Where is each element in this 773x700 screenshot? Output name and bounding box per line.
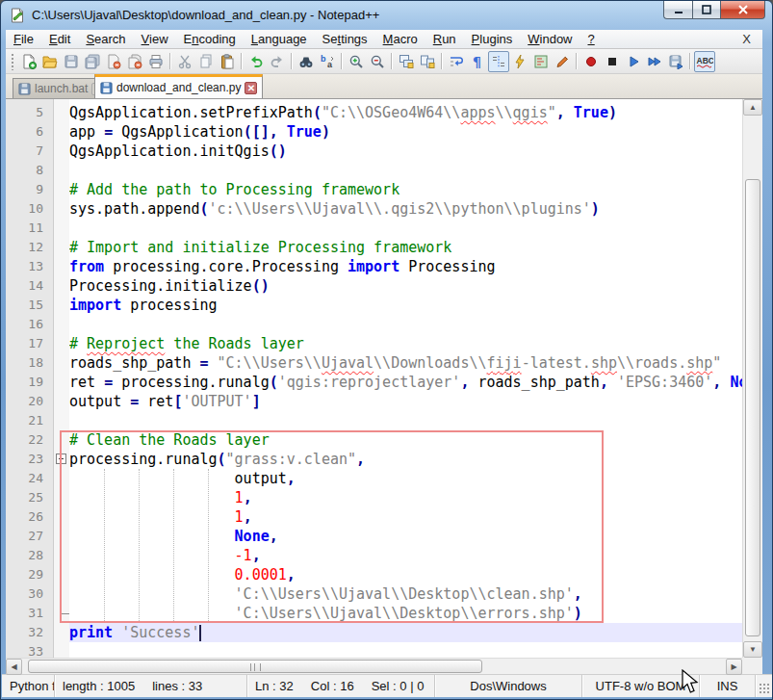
code-line-19[interactable]: ret = processing.runalg('qgis:reprojectl… (69, 373, 742, 392)
code-line-9[interactable]: # Add the path to Processing framework (69, 180, 742, 199)
menu-item-[interactable]: ? (580, 30, 603, 48)
document-map-icon (533, 54, 549, 69)
menu-item-settings[interactable]: Settings (315, 30, 375, 48)
save-button[interactable] (61, 51, 82, 72)
close-all-button[interactable] (124, 51, 145, 72)
scroll-down-arrow[interactable]: ▼ (743, 641, 762, 658)
minimize-button[interactable] (663, 1, 692, 19)
menu-item-encoding[interactable]: Encoding (176, 30, 244, 48)
zoom-in-button[interactable] (346, 51, 367, 72)
code-line-6[interactable]: app = QgsApplication([], True) (69, 122, 742, 142)
code-line-23[interactable]: processing.runalg("grass:v.clean", (69, 450, 742, 469)
print-button[interactable] (145, 51, 167, 72)
resize-grip[interactable] (756, 675, 773, 697)
window-title: C:\Users\Ujaval\Desktop\download_and_cle… (32, 8, 379, 22)
cut-button[interactable] (174, 51, 195, 72)
title-bar[interactable]: C:\Users\Ujaval\Desktop\download_and_cle… (1, 1, 773, 30)
macro-save-button[interactable] (665, 51, 686, 72)
code-line-14[interactable]: Processing.initialize() (69, 276, 742, 296)
scroll-up-arrow[interactable]: ▲ (743, 99, 762, 116)
line-number: 33 (6, 642, 53, 658)
copy-button[interactable] (195, 51, 217, 72)
show-all-characters-button[interactable]: ¶ (467, 51, 488, 72)
code-line-22[interactable]: # Clean the Roads layer (69, 430, 742, 450)
save-icon (64, 54, 79, 69)
menu-item-edit[interactable]: Edit (41, 30, 78, 48)
scroll-right-arrow[interactable]: ▶ (726, 659, 742, 675)
fold-collapse-icon[interactable] (56, 454, 66, 464)
maximize-icon (701, 4, 712, 15)
code-line-26[interactable]: 1, (69, 507, 742, 527)
horizontal-scrollbar-thumb[interactable] (28, 660, 482, 673)
macro-stop-button[interactable] (602, 51, 623, 72)
macro-play-button[interactable] (623, 51, 644, 72)
code-line-12[interactable]: # Import and initialize Processing frame… (69, 238, 742, 257)
word-wrap-button[interactable] (446, 51, 467, 72)
vertical-scrollbar[interactable]: ▲ ▼ (742, 99, 762, 658)
code-line-20[interactable]: output = ret['OUTPUT'] (69, 392, 742, 411)
code-line-8[interactable] (69, 161, 742, 180)
zoom-out-button[interactable] (367, 51, 388, 72)
save-all-button[interactable] (82, 51, 103, 72)
code-line-21[interactable] (69, 411, 742, 430)
code-line-25[interactable]: 1, (69, 488, 742, 507)
code-line-32[interactable]: print 'Success' (69, 623, 742, 642)
code-line-15[interactable]: import processing (69, 296, 742, 315)
code-line-29[interactable]: 0.0001, (69, 565, 742, 584)
function-completion-icon (512, 54, 528, 69)
sync-horizontal-icon (420, 54, 435, 69)
new-file-button[interactable] (18, 51, 39, 72)
scroll-left-arrow[interactable]: ◀ (6, 659, 22, 675)
undo-button[interactable] (245, 51, 267, 72)
find-button[interactable] (296, 51, 317, 72)
code-line-30[interactable]: 'C:\\Users\\Ujaval\\Desktop\\clean.shp', (69, 584, 742, 604)
menu-item-language[interactable]: Language (244, 30, 315, 48)
line-number: 6 (6, 122, 53, 142)
menu-item-macro[interactable]: Macro (375, 30, 425, 48)
macro-record-button[interactable] (580, 51, 602, 72)
code-line-11[interactable] (69, 219, 742, 238)
document-map-button[interactable] (530, 51, 552, 72)
toolbar-separator (689, 53, 691, 69)
vertical-scrollbar-thumb[interactable] (745, 179, 760, 636)
sync-vertical-button[interactable] (396, 51, 417, 72)
close-doc-button[interactable] (103, 51, 124, 72)
paste-button[interactable] (217, 51, 238, 72)
code-line-18[interactable]: roads_shp_path = "C:\\Users\\Ujaval\\Dow… (69, 353, 742, 373)
maximize-button[interactable] (692, 1, 721, 19)
line-number: 27 (6, 527, 53, 546)
code-line-24[interactable]: output, (69, 469, 742, 488)
menu-item-plugins[interactable]: Plugins (464, 30, 521, 48)
tab-download-and-clean-py[interactable]: download_and_clean.py ✕ (94, 74, 263, 98)
replace-button[interactable]: ba (317, 51, 338, 72)
close-button[interactable] (721, 1, 765, 19)
document-switcher-button[interactable] (552, 51, 573, 72)
tab-close-icon[interactable]: ✕ (245, 82, 257, 94)
menu-item-file[interactable]: File (6, 30, 41, 48)
menu-item-run[interactable]: Run (425, 30, 464, 48)
horizontal-scrollbar[interactable]: ◀ ▶ (6, 658, 742, 674)
code-line-16[interactable] (69, 315, 742, 334)
code-line-27[interactable]: None, (69, 527, 742, 546)
code-line-7[interactable]: QgsApplication.initQgis() (69, 142, 742, 161)
close-document-x[interactable]: X (738, 32, 755, 46)
menu-item-search[interactable]: Search (78, 30, 133, 48)
editor[interactable]: QgsApplication.setPrefixPath("C:\\OSGeo4… (69, 99, 742, 661)
macro-run-multiple-button[interactable] (644, 51, 665, 72)
sync-horizontal-button[interactable] (417, 51, 438, 72)
open-file-button[interactable] (39, 51, 61, 72)
code-line-10[interactable]: sys.path.append('c:\\Users\\Ujaval\\.qgi… (69, 199, 742, 219)
code-line-5[interactable]: QgsApplication.setPrefixPath("C:\\OSGeo4… (69, 103, 742, 122)
spell-check-button[interactable]: ABC (694, 51, 715, 72)
code-line-28[interactable]: -1, (69, 546, 742, 565)
menu-item-window[interactable]: Window (520, 30, 580, 48)
code-line-17[interactable]: # Reproject the Roads layer (69, 334, 742, 353)
indent-guide-button[interactable] (488, 51, 509, 72)
toolbar-grip[interactable] (11, 53, 15, 70)
menu-item-view[interactable]: View (134, 30, 176, 48)
code-line-31[interactable]: 'C:\Users\\Ujaval\\Desktop\\errors.shp') (69, 604, 742, 623)
code-line-13[interactable]: from processing.core.Processing import P… (69, 257, 742, 276)
function-completion-button[interactable] (509, 51, 530, 72)
redo-button[interactable] (267, 51, 288, 72)
notepadpp-window: C:\Users\Ujaval\Desktop\download_and_cle… (0, 0, 773, 700)
